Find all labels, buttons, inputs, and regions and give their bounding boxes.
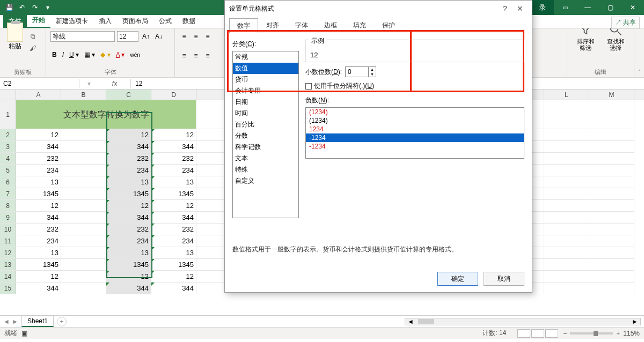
zoom-value[interactable]: 115% (623, 330, 640, 337)
qat-more-icon[interactable]: ▾ (43, 3, 53, 12)
align-right-icon[interactable]: ≡ (203, 52, 213, 60)
row-header[interactable]: 1 (0, 100, 16, 129)
share-button[interactable]: ↗ 共享 (611, 17, 640, 29)
cell[interactable]: 12 (16, 129, 61, 141)
row-header[interactable]: 13 (0, 259, 16, 271)
zoom-slider[interactable] (570, 332, 613, 334)
category-option[interactable]: 分数 (233, 130, 298, 142)
dialog-tab-number[interactable]: 数字 (229, 18, 258, 33)
cell[interactable] (61, 176, 106, 188)
thousand-separator-checkbox[interactable]: 使用千位分隔符(,)(U) (305, 81, 524, 91)
cell[interactable]: 12 (151, 271, 196, 282)
sheet-nav-next-icon[interactable]: ► (12, 318, 18, 325)
namebox-dropdown-icon[interactable]: ▾ (79, 80, 99, 87)
cell[interactable]: 1345 (106, 188, 151, 200)
zoom-in-icon[interactable]: + (616, 330, 620, 337)
align-center-icon[interactable]: ≡ (191, 52, 201, 60)
cell[interactable] (61, 235, 106, 247)
dialog-tab-fill[interactable]: 填充 (345, 18, 374, 33)
tab-newtab[interactable]: 新建选项卡 (50, 14, 93, 28)
cell[interactable] (61, 247, 106, 259)
record-button[interactable]: 录 (531, 0, 554, 15)
collapse-ribbon-icon[interactable]: ˄ (638, 69, 641, 75)
cell[interactable]: 13 (106, 176, 151, 188)
maximize-icon[interactable]: ▢ (599, 0, 621, 15)
category-list[interactable]: 常规数值货币会计专用日期时间百分比分数科学记数文本特殊自定义 (232, 51, 299, 218)
cell[interactable]: 344 (106, 141, 151, 153)
tab-layout[interactable]: 页面布局 (117, 14, 153, 28)
cell[interactable]: 12 (106, 129, 151, 141)
category-option[interactable]: 时间 (233, 108, 298, 119)
cell[interactable]: 232 (151, 153, 196, 165)
undo-icon[interactable]: ↶ (17, 3, 27, 12)
row-header[interactable]: 7 (0, 188, 16, 200)
cell[interactable]: 344 (16, 141, 61, 153)
cell[interactable] (61, 224, 106, 235)
align-middle-icon[interactable]: ≡ (191, 33, 201, 40)
dialog-help-icon[interactable]: ? (497, 4, 513, 13)
cell[interactable]: 13 (151, 176, 196, 188)
cell[interactable]: 232 (16, 224, 61, 235)
view-pagebreak-icon[interactable] (545, 329, 558, 338)
zoom-out-icon[interactable]: − (563, 330, 567, 337)
cell[interactable]: 12 (151, 200, 196, 212)
fill-color-button[interactable]: ◆ ▾ (99, 50, 112, 59)
formula-value[interactable]: 12 (131, 79, 147, 88)
decimals-input[interactable] (345, 66, 369, 77)
ok-button[interactable]: 确定 (437, 272, 478, 286)
name-box[interactable]: C2 (0, 79, 79, 88)
cell[interactable]: 344 (106, 282, 151, 294)
row-header[interactable]: 2 (0, 129, 16, 141)
cell[interactable]: 1345 (151, 259, 196, 271)
row-header[interactable]: 6 (0, 176, 16, 188)
cell[interactable] (61, 259, 106, 271)
cell[interactable] (61, 129, 106, 141)
category-option[interactable]: 数值 (233, 63, 298, 74)
cell[interactable]: 232 (16, 153, 61, 165)
cell[interactable]: 12 (106, 271, 151, 282)
cell[interactable]: 12 (151, 129, 196, 141)
row-header[interactable]: 15 (0, 282, 16, 294)
cell[interactable] (61, 165, 106, 176)
cell[interactable]: 234 (151, 235, 196, 247)
category-option[interactable]: 自定义 (233, 175, 298, 187)
cell[interactable]: 344 (16, 212, 61, 224)
close-icon[interactable]: ✕ (621, 0, 644, 15)
view-normal-icon[interactable] (517, 329, 530, 338)
category-option[interactable]: 科学记数 (233, 142, 298, 153)
dialog-tab-font[interactable]: 字体 (287, 18, 316, 33)
cell[interactable] (61, 188, 106, 200)
underline-button[interactable]: U ▾ (68, 50, 80, 59)
negative-option[interactable]: 1234 (306, 125, 524, 133)
category-option[interactable]: 日期 (233, 96, 298, 108)
col-header-d[interactable]: D (151, 90, 196, 100)
cell[interactable]: 13 (106, 247, 151, 259)
copy-icon[interactable]: ⧉ (28, 32, 38, 41)
cell[interactable] (61, 141, 106, 153)
dialog-tab-protect[interactable]: 保护 (374, 18, 403, 33)
cell[interactable]: 232 (106, 153, 151, 165)
row-header[interactable]: 5 (0, 165, 16, 176)
cell[interactable]: 232 (151, 224, 196, 235)
align-top-icon[interactable]: ≡ (179, 33, 189, 40)
cell[interactable]: 234 (106, 235, 151, 247)
cell[interactable]: 1345 (151, 188, 196, 200)
font-size-select[interactable] (117, 31, 138, 42)
negative-option[interactable]: -1234 (306, 133, 524, 142)
col-header-b[interactable]: B (61, 90, 106, 100)
sheet-tab[interactable]: Sheet1 (21, 316, 54, 327)
cell[interactable]: 344 (151, 212, 196, 224)
cell[interactable] (61, 200, 106, 212)
cell[interactable]: 1345 (16, 188, 61, 200)
tab-insert[interactable]: 插入 (93, 14, 117, 28)
redo-icon[interactable]: ↷ (30, 3, 40, 12)
col-header-a[interactable]: A (16, 90, 61, 100)
merged-header-cell[interactable]: 文本型数字转换为数字 (16, 100, 196, 129)
cell[interactable] (61, 282, 106, 294)
decrease-font-icon[interactable]: A↓ (153, 32, 164, 41)
bold-button[interactable]: B (50, 50, 58, 59)
category-option[interactable]: 会计专用 (233, 85, 298, 96)
ribbon-options-icon[interactable]: ▭ (554, 0, 576, 15)
font-name-select[interactable] (50, 31, 115, 42)
cell[interactable]: 234 (16, 235, 61, 247)
